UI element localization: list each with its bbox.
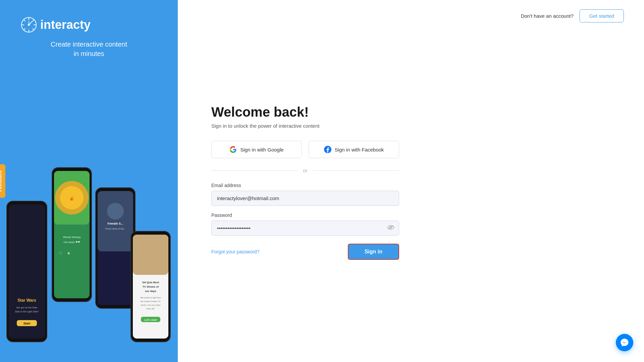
svg-text:TV Shows of: TV Shows of [143,285,159,288]
no-account-text: Don't have an account? [521,13,574,19]
sign-in-button[interactable]: Sign in [348,244,399,260]
svg-text:#forest #honey: #forest #honey [63,236,81,239]
svg-point-34 [107,203,124,220]
messenger-bubble[interactable] [616,334,633,351]
svg-text:We picked 12 gifs from: We picked 12 gifs from [141,297,161,299]
sign-in-form-container: Welcome back! Sign in to unlock the powe… [178,22,466,362]
forgot-password-button[interactable]: Forgot your password? [211,249,259,254]
email-input[interactable] [211,191,399,206]
logo-area: interacty [0,16,91,34]
password-wrapper [211,221,399,236]
svg-line-8 [33,20,34,21]
or-divider: or [211,168,399,173]
svg-line-9 [24,28,25,29]
or-text: or [303,168,307,173]
svg-text:them all?: them all? [147,308,155,310]
svg-text:🍯: 🍯 [69,196,74,201]
svg-text:Star Wars: Star Wars [17,298,36,303]
logo-icon [20,16,38,34]
svg-text:Let's start: Let's start [144,318,157,321]
facebook-btn-label: Sign in with Facebook [335,147,384,153]
password-input[interactable] [211,221,399,236]
feedback-tab[interactable]: Feedback [0,164,5,198]
svg-text:Our bees ❤❤: Our bees ❤❤ [63,241,80,244]
password-label: Password [211,213,399,218]
left-panel: interacty Create interactive content in … [0,0,178,362]
svg-text:our days: our days [145,290,156,293]
form-actions: Forgot your password? Sign in [211,244,399,260]
svg-text:♡: ♡ [59,251,62,256]
email-field-group: Email address [211,183,399,213]
svg-rect-13 [9,204,45,339]
messenger-icon [620,338,629,347]
svg-text:Start: Start [23,322,31,325]
svg-line-10 [29,21,32,25]
svg-text:shows. Can you name: shows. Can you name [141,304,161,306]
svg-text:Are you on the Dark: Are you on the Dark [16,306,38,309]
phones-svg: Star Wars Are you on the Dark Side or th… [0,127,178,362]
svg-rect-31 [98,191,133,251]
phones-illustration: Star Wars Are you on the Dark Side or th… [0,67,178,362]
divider-line-left [211,170,298,171]
google-icon [229,146,237,153]
svg-text:Gif Quiz Best: Gif Quiz Best [142,281,159,284]
password-field-group: Password [211,213,399,236]
facebook-icon [324,146,331,153]
svg-text:Female S...: Female S... [107,222,123,225]
welcome-subtitle: Sign in to unlock the power of interacti… [211,123,399,129]
svg-text:Side or the Light Side?: Side or the Light Side? [15,310,39,313]
svg-text:✈: ✈ [67,251,70,256]
svg-text:the coolest modern TV: the coolest modern TV [141,300,161,302]
svg-rect-37 [133,235,168,275]
tagline: Create interactive content in minutes [34,40,144,58]
divider-line-right [313,170,399,171]
header: Don't have an account? Get started [178,0,644,22]
sign-in-facebook-button[interactable]: Sign in with Facebook [309,141,399,158]
svg-text:Photo story of Val...: Photo story of Val... [105,228,126,230]
svg-line-7 [33,28,34,29]
email-label: Email address [211,183,399,188]
svg-line-6 [24,20,25,21]
toggle-password-icon[interactable] [387,225,394,232]
social-buttons: Sign in with Google Sign in with Faceboo… [211,141,399,158]
sign-in-google-button[interactable]: Sign in with Google [211,141,302,158]
logo-text: interacty [40,18,91,32]
right-panel: Don't have an account? Get started Welco… [178,0,644,362]
get-started-button[interactable]: Get started [580,9,624,22]
google-btn-label: Sign in with Google [240,147,283,153]
welcome-title: Welcome back! [211,105,399,120]
